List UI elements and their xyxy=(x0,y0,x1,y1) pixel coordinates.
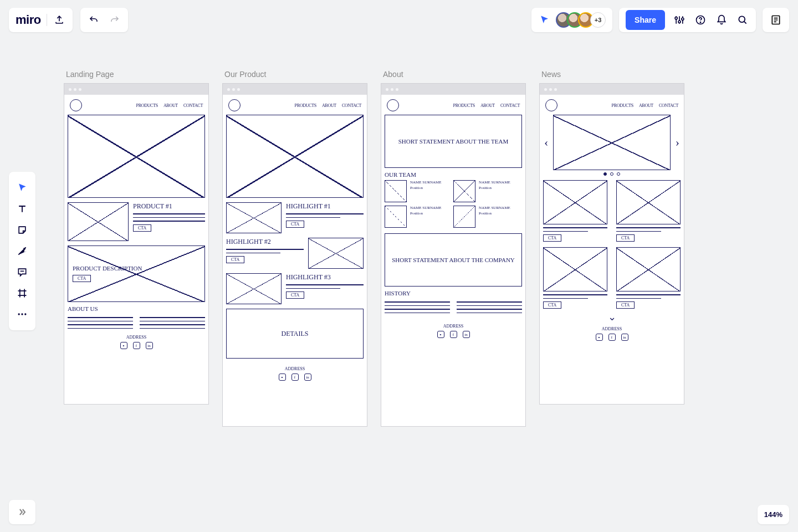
share-button[interactable]: Share xyxy=(626,10,665,30)
avatar-more[interactable]: +3 xyxy=(590,12,606,28)
export-icon[interactable] xyxy=(53,13,66,27)
frame-landing[interactable]: PRODUCTSABOUTCONTACT PRODUCT #1 CTA PROD… xyxy=(64,83,209,405)
frame-about[interactable]: PRODUCTSABOUTCONTACT SHORT STATEMENT ABO… xyxy=(381,83,526,427)
redo-icon[interactable] xyxy=(108,13,121,27)
bell-icon[interactable] xyxy=(715,13,728,27)
frame-title[interactable]: About xyxy=(383,70,526,79)
collab-group: +3 xyxy=(531,8,612,32)
undo-icon[interactable] xyxy=(87,13,100,27)
frame-title[interactable]: News xyxy=(541,70,684,79)
notes-button[interactable] xyxy=(763,8,789,32)
svg-point-0 xyxy=(675,17,677,19)
frame-title[interactable]: Our Product xyxy=(224,70,367,79)
svg-point-4 xyxy=(700,22,700,23)
image-placeholder: PRODUCT DESCRIPTION CTA xyxy=(68,245,205,302)
svg-point-5 xyxy=(739,16,745,22)
search-icon[interactable] xyxy=(736,13,749,27)
svg-point-7 xyxy=(18,313,20,315)
text-tool[interactable] xyxy=(9,198,35,219)
comment-tool[interactable] xyxy=(9,262,35,283)
frame-product[interactable]: PRODUCTSABOUTCONTACT HIGHLIGHT #1 CTA HI… xyxy=(222,83,367,427)
frame-news[interactable]: PRODUCTSABOUTCONTACT ‹ › CTA xyxy=(539,83,684,405)
carousel-prev-icon: ‹ xyxy=(544,135,548,150)
hero-image-placeholder xyxy=(68,115,205,198)
avatars[interactable]: +3 xyxy=(556,12,606,28)
chevron-down-icon: ⌄ xyxy=(543,311,681,323)
carousel-next-icon: › xyxy=(676,135,679,150)
svg-point-1 xyxy=(678,21,681,23)
image-placeholder xyxy=(68,202,129,241)
expand-panel-button[interactable] xyxy=(9,500,35,524)
more-tools[interactable] xyxy=(9,304,35,325)
history-group xyxy=(80,8,128,32)
hero-image-placeholder xyxy=(226,115,364,198)
frame-tool[interactable] xyxy=(9,283,35,304)
svg-point-8 xyxy=(21,313,23,315)
help-icon[interactable] xyxy=(694,13,707,27)
select-tool[interactable] xyxy=(9,177,35,198)
side-toolbar xyxy=(9,172,35,330)
logo-group: miro xyxy=(9,8,73,32)
settings-icon[interactable] xyxy=(673,13,686,27)
wireframe-logo xyxy=(70,99,82,111)
svg-point-2 xyxy=(682,18,684,20)
arrow-tool[interactable] xyxy=(9,241,35,262)
app-logo[interactable]: miro xyxy=(16,13,41,27)
zoom-level[interactable]: 144% xyxy=(758,505,789,524)
frame-title[interactable]: Landing Page xyxy=(66,70,209,79)
svg-point-9 xyxy=(24,313,26,315)
actions-group: Share xyxy=(619,8,756,32)
canvas[interactable]: Landing Page PRODUCTSABOUTCONTACT PRODUC… xyxy=(64,70,684,427)
sticky-tool[interactable] xyxy=(9,219,35,241)
cursor-presence-icon[interactable] xyxy=(538,13,551,27)
